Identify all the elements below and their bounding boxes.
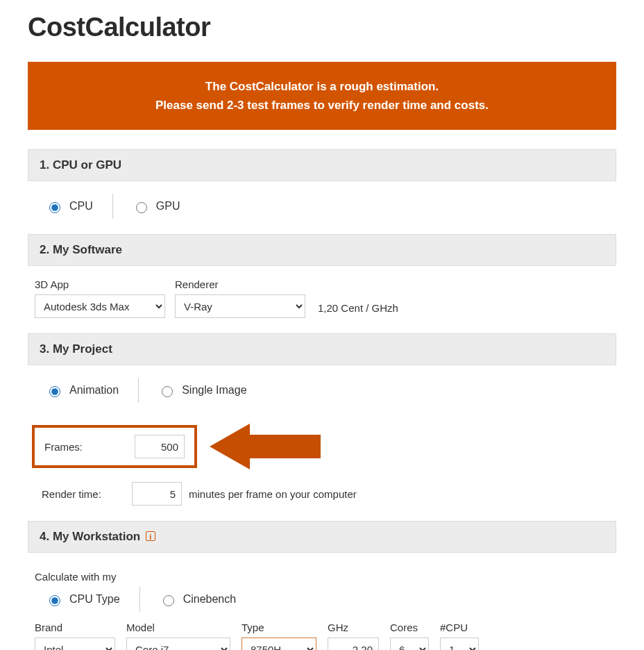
select-3d-app[interactable]: Autodesk 3ds Max — [35, 294, 165, 318]
radio-cpu-label: CPU — [69, 200, 93, 212]
radio-cinebench-input[interactable] — [163, 595, 174, 606]
select-cores[interactable]: 6 — [390, 638, 429, 650]
input-frames[interactable] — [135, 435, 185, 458]
select-brand[interactable]: Intel — [35, 638, 115, 650]
select-type[interactable]: 8750H — [242, 638, 316, 650]
label-render-time: Render time: — [42, 488, 132, 500]
label-renderer: Renderer — [175, 278, 305, 290]
label-type: Type — [242, 622, 316, 633]
select-ncpu[interactable]: 1 — [440, 638, 479, 650]
notice-line-2: Please send 2-3 test frames to verify re… — [42, 96, 602, 115]
radio-gpu-label: GPU — [156, 200, 180, 212]
label-calculate-with: Calculate with my — [35, 571, 609, 583]
select-renderer[interactable]: V-Ray — [175, 294, 305, 318]
step4-header-text: 4. My Workstation — [40, 530, 140, 543]
svg-marker-0 — [210, 424, 321, 469]
step3-header: 3. My Project — [28, 333, 616, 365]
radio-cpu-type-label: CPU Type — [69, 593, 120, 606]
radio-cpu[interactable]: CPU — [46, 200, 93, 213]
step1-header: 1. CPU or GPU — [28, 149, 616, 181]
radio-gpu-input[interactable] — [136, 202, 147, 213]
frames-highlight-box: Frames: — [32, 425, 197, 468]
radio-cinebench-label: Cinebench — [183, 593, 237, 606]
radio-cpu-type[interactable]: CPU Type — [46, 593, 120, 606]
label-ncpu: #CPU — [440, 622, 479, 633]
label-brand: Brand — [35, 622, 115, 633]
radio-single-image-input[interactable] — [162, 386, 173, 397]
radio-single-image-label: Single Image — [182, 384, 246, 397]
input-render-time[interactable] — [132, 482, 182, 506]
step2-header: 2. My Software — [28, 234, 616, 266]
label-frames: Frames: — [44, 441, 135, 453]
rate-text: 1,20 Cent / GHzh — [315, 302, 398, 318]
info-icon[interactable]: i — [146, 531, 155, 541]
label-ghz: GHz — [328, 622, 379, 633]
select-model[interactable]: Core i7 — [126, 638, 230, 650]
input-ghz[interactable] — [328, 638, 379, 650]
label-3d-app: 3D App — [35, 278, 165, 290]
radio-animation-label: Animation — [69, 384, 119, 397]
radio-single-image[interactable]: Single Image — [158, 384, 246, 397]
notice-line-1: The CostCalculator is a rough estimation… — [42, 77, 602, 96]
divider — [112, 194, 113, 219]
render-time-suffix: minutes per frame on your computer — [182, 488, 357, 500]
radio-cpu-input[interactable] — [49, 202, 60, 213]
page-title: CostCalculator — [28, 12, 616, 42]
radio-cinebench[interactable]: Cinebench — [160, 593, 237, 606]
radio-cpu-type-input[interactable] — [49, 595, 60, 606]
radio-animation-input[interactable] — [49, 386, 60, 397]
callout-arrow-icon — [210, 419, 321, 474]
radio-gpu[interactable]: GPU — [133, 200, 180, 213]
divider — [139, 587, 140, 612]
divider — [138, 378, 139, 403]
radio-animation[interactable]: Animation — [46, 384, 119, 397]
label-cores: Cores — [390, 622, 429, 633]
step4-header: 4. My Workstation i — [28, 521, 616, 553]
label-model: Model — [126, 622, 230, 633]
notice-banner: The CostCalculator is a rough estimation… — [28, 62, 616, 130]
